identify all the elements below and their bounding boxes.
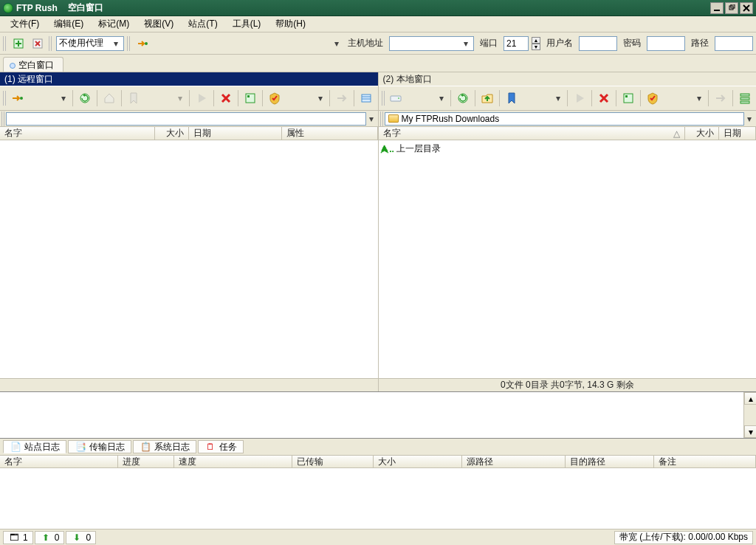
toolbar-grip[interactable] [3,91,7,106]
status-download[interactable]: ⬇0 [66,531,96,544]
port-spin-up[interactable]: ▲ [532,37,540,44]
col-name[interactable]: 名字 [0,127,155,140]
remote-path-input[interactable] [6,112,366,126]
log-scrollbar[interactable]: ▴ ▾ [743,392,756,438]
bookmark-icon[interactable] [504,90,520,106]
status-dot-icon [10,63,16,69]
port-input[interactable]: 21 [504,36,529,51]
menu-view[interactable]: 视图(V) [137,16,181,32]
toolbar-grip[interactable] [382,91,386,106]
session-tab[interactable]: 空白窗口 [3,57,63,72]
chevron-down-icon[interactable]: ▾ [436,93,447,103]
queue-icon[interactable] [737,90,753,106]
minimize-button[interactable] [710,2,724,14]
folder-up-icon[interactable] [479,90,495,106]
local-file-list[interactable]: ⮝.. 上一层目录 [379,140,757,378]
queue-list[interactable] [0,468,756,529]
refresh-icon[interactable] [455,90,471,106]
chevron-down-icon[interactable]: ▾ [315,93,326,103]
shield-icon[interactable] [645,90,661,106]
qcol-srcpath[interactable]: 源路径 [462,456,566,467]
col-size[interactable]: 大小 [155,127,189,140]
status-upload[interactable]: ⬆0 [35,531,65,544]
scroll-up-icon[interactable]: ▴ [744,392,756,405]
user-input[interactable] [579,36,617,51]
chevron-down-icon[interactable]: ▾ [553,93,563,103]
list-icon[interactable] [358,90,374,106]
local-list-header: 名字△ 大小 日期 [379,127,757,140]
toolbar-grip[interactable] [49,36,53,51]
port-label: 端口 [477,37,501,49]
tab-system-log[interactable]: 📋系统日志 [133,440,196,453]
qcol-progress[interactable]: 进度 [118,456,174,467]
chevron-down-icon[interactable]: ▾ [694,93,704,103]
chevron-down-icon[interactable]: ▾ [461,38,471,49]
qcol-speed[interactable]: 速度 [174,456,292,467]
menu-tool[interactable]: 工具(L) [225,16,269,32]
explorer-icon[interactable] [620,90,636,106]
chevron-down-icon[interactable]: ▾ [111,38,121,49]
shield-icon[interactable] [267,90,283,106]
col-date[interactable]: 日期 [719,127,756,140]
parent-dir-row[interactable]: ⮝.. 上一层目录 [382,142,754,156]
tab-transfer-log[interactable]: 📑传输日志 [68,440,131,453]
col-size[interactable]: 大小 [685,127,719,140]
menu-edit[interactable]: 编辑(E) [47,16,91,32]
play-icon[interactable] [193,90,210,106]
chevron-down-icon[interactable]: ▾ [744,114,755,124]
tab-site-log[interactable]: 📄站点日志 [3,440,66,453]
svg-rect-30 [740,101,749,103]
pass-input[interactable] [647,36,685,51]
connect-icon[interactable] [9,90,25,106]
scroll-down-icon[interactable]: ▾ [744,425,756,438]
remote-file-list[interactable] [0,140,378,378]
col-attr[interactable]: 属性 [282,127,378,140]
qcol-remark[interactable]: 备注 [654,456,756,467]
qcol-size[interactable]: 大小 [374,456,462,467]
up-arrow-icon: ⮝.. [382,143,394,155]
home-icon[interactable] [101,90,117,106]
port-spin-down[interactable]: ▼ [532,44,540,50]
remote-pane-header[interactable]: (1) 远程窗口 [0,72,378,86]
status-windows[interactable]: 🗔1 [3,531,33,544]
close-button[interactable] [740,2,753,14]
app-title: FTP Rush [16,3,58,13]
menu-mark[interactable]: 标记(M) [91,16,137,32]
host-input[interactable]: ▾ [389,36,474,51]
log-area[interactable]: ▴ ▾ [0,391,756,439]
delete-icon[interactable] [218,90,234,106]
cancel-conn-icon[interactable] [30,35,46,52]
play-icon[interactable] [571,90,588,106]
qcol-transferred[interactable]: 已传输 [292,456,374,467]
explorer-icon[interactable] [242,90,258,106]
remote-list-header: 名字 大小 日期 属性 [0,127,378,140]
col-name[interactable]: 名字△ [379,127,686,140]
system-log-icon: 📋 [140,441,151,453]
local-path-input[interactable]: My FTPRush Downloads [385,112,745,126]
bookmark-icon[interactable] [126,90,142,106]
proxy-combo[interactable]: 不使用代理 ▾ [56,36,124,51]
restore-button[interactable] [725,2,738,14]
new-conn-icon[interactable] [10,35,27,52]
drive-icon[interactable] [388,90,404,106]
connect-dropdown-icon[interactable]: ▾ [331,38,342,49]
chevron-down-icon[interactable]: ▾ [175,93,185,103]
qcol-dstpath[interactable]: 目的路径 [566,456,654,467]
delete-icon[interactable] [596,90,612,106]
transfer-right-icon[interactable] [712,90,729,106]
toolbar-grip[interactable] [3,36,7,51]
qcol-name[interactable]: 名字 [0,456,118,467]
transfer-right-icon[interactable] [334,90,350,106]
menu-help[interactable]: 帮助(H) [268,16,313,32]
path-input[interactable] [715,36,753,51]
local-pane-header[interactable]: (2) 本地窗口 [379,72,757,86]
tab-tasks[interactable]: 🗒任务 [198,440,244,453]
refresh-icon[interactable] [77,90,93,106]
menu-file[interactable]: 文件(F) [3,16,47,32]
chevron-down-icon[interactable]: ▾ [58,93,69,103]
chevron-down-icon[interactable]: ▾ [366,114,377,124]
connect-icon[interactable] [134,35,151,52]
col-date[interactable]: 日期 [189,127,282,140]
toolbar-grip[interactable] [127,36,131,51]
menu-site[interactable]: 站点(T) [181,16,224,32]
